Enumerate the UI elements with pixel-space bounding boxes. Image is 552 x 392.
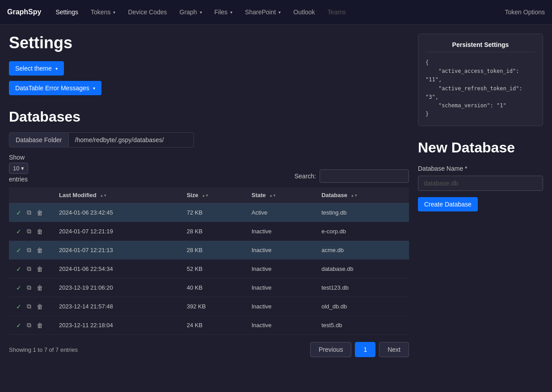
table-row: ✓ ⧉ 🗑 2023-12-14 21:57:48 392 KB Inactiv… [9, 297, 409, 316]
row-actions: ✓ ⧉ 🗑 [14, 320, 48, 330]
copy-button[interactable]: ⧉ [25, 264, 33, 274]
search-row: Search: [295, 169, 409, 183]
db-name-input[interactable] [418, 176, 543, 191]
cell-last-modified: 2024-01-07 12:21:19 [54, 222, 181, 241]
new-database-title: New Database [418, 139, 543, 156]
nav-item-device-codes[interactable]: Device Codes [122, 5, 172, 19]
pagination-row: Showing 1 to 7 of 7 entries Previous 1 N… [9, 342, 409, 357]
copy-button[interactable]: ⧉ [25, 320, 33, 330]
folder-label: Database Folder [9, 132, 69, 148]
table-row: ✓ ⧉ 🗑 2023-12-19 21:06:20 40 KB Inactive… [9, 278, 409, 297]
table-row: ✓ ⧉ 🗑 2023-12-11 22:18:04 24 KB Inactive… [9, 316, 409, 335]
cell-state: Inactive [246, 241, 316, 260]
col-database[interactable]: Database ▲▼ [316, 187, 409, 203]
delete-button[interactable]: 🗑 [35, 227, 45, 236]
right-panel: Persistent Settings { "active_access_tok… [418, 34, 543, 357]
delete-button[interactable]: 🗑 [35, 302, 45, 311]
app-brand[interactable]: GraphSpy [7, 8, 41, 16]
row-actions: ✓ ⧉ 🗑 [14, 302, 48, 311]
folder-path: /home/redbyte/.gspy/databases/ [69, 132, 194, 148]
cell-last-modified: 2023-12-14 21:57:48 [54, 297, 181, 316]
persistent-settings-title: Persistent Settings [426, 41, 535, 52]
row-actions: ✓ ⧉ 🗑 [14, 283, 48, 292]
files-dropdown-arrow: ▾ [230, 10, 232, 15]
row-actions: ✓ ⧉ 🗑 [14, 227, 48, 236]
activate-button[interactable]: ✓ [14, 246, 23, 255]
sort-icon-last-modified: ▲▼ [100, 194, 107, 198]
cell-state: Inactive [246, 297, 316, 316]
show-entries-group: Show 10 ▾ entries [9, 154, 28, 183]
delete-button[interactable]: 🗑 [35, 208, 45, 217]
nav-item-teams: Teams [322, 5, 351, 19]
page-title: Settings [9, 34, 409, 52]
nav-item-graph[interactable]: Graph ▾ [174, 5, 207, 19]
copy-button[interactable]: ⧉ [25, 227, 33, 236]
cell-database: test5.db [316, 316, 409, 335]
pagination-buttons: Previous 1 Next [310, 342, 409, 357]
activate-button[interactable]: ✓ [14, 283, 23, 292]
cell-last-modified: 2024-01-06 23:42:45 [54, 203, 181, 222]
nav-item-tokens[interactable]: Tokens ▾ [85, 5, 121, 19]
activate-button[interactable]: ✓ [14, 321, 23, 330]
delete-button[interactable]: 🗑 [35, 265, 45, 274]
show-select[interactable]: 10 ▾ [9, 163, 28, 174]
showing-text: Showing 1 to 7 of 7 entries [9, 346, 78, 353]
graph-dropdown-arrow: ▾ [200, 10, 202, 15]
show-label: Show [9, 154, 28, 161]
search-label: Search: [295, 173, 316, 180]
nav-item-outlook[interactable]: Outlook [288, 5, 320, 19]
delete-button[interactable]: 🗑 [35, 321, 45, 330]
activate-button[interactable]: ✓ [14, 227, 23, 236]
col-actions [9, 187, 54, 203]
cell-last-modified: 2023-12-11 22:18:04 [54, 316, 181, 335]
delete-button[interactable]: 🗑 [35, 246, 45, 255]
entries-label: entries [9, 176, 28, 183]
nav-item-sharepoint[interactable]: SharePoint ▾ [240, 5, 286, 19]
row-actions: ✓ ⧉ 🗑 [14, 245, 48, 255]
row-actions: ✓ ⧉ 🗑 [14, 208, 48, 217]
nav-item-settings[interactable]: Settings [50, 5, 84, 19]
copy-button[interactable]: ⧉ [25, 302, 33, 311]
cell-size: 40 KB [181, 278, 246, 297]
activate-button[interactable]: ✓ [14, 265, 23, 274]
activate-button[interactable]: ✓ [14, 208, 23, 217]
page-1-button[interactable]: 1 [355, 342, 375, 357]
select-theme-button[interactable]: Select theme ▾ [9, 61, 64, 76]
persistent-settings-box: Persistent Settings { "active_access_tok… [418, 34, 543, 126]
prev-button[interactable]: Previous [310, 342, 351, 357]
databases-title: Databases [9, 109, 409, 125]
row-actions: ✓ ⧉ 🗑 [14, 264, 48, 274]
delete-button[interactable]: 🗑 [35, 283, 45, 292]
cell-database: test123.db [316, 278, 409, 297]
search-input[interactable] [320, 169, 409, 183]
cell-size: 52 KB [181, 260, 246, 278]
table-row: ✓ ⧉ 🗑 2024-01-07 12:21:13 28 KB Inactive… [9, 241, 409, 260]
left-panel: Settings Select theme ▾ DataTable Error … [9, 34, 409, 357]
copy-button[interactable]: ⧉ [25, 283, 33, 292]
nav-item-files[interactable]: Files ▾ [209, 5, 238, 19]
cell-state: Active [246, 203, 316, 222]
activate-button[interactable]: ✓ [14, 302, 23, 311]
folder-row: Database Folder /home/redbyte/.gspy/data… [9, 132, 409, 148]
cell-database: database.db [316, 260, 409, 278]
next-button[interactable]: Next [379, 342, 409, 357]
table-row: ✓ ⧉ 🗑 2024-01-07 12:21:19 28 KB Inactive… [9, 222, 409, 241]
col-last-modified[interactable]: Last Modified ▲▼ [54, 187, 181, 203]
token-options[interactable]: Token Options [505, 8, 545, 16]
cell-last-modified: 2024-01-07 12:21:13 [54, 241, 181, 260]
copy-button[interactable]: ⧉ [25, 245, 33, 255]
databases-table: Last Modified ▲▼ Size ▲▼ State ▲▼ Data [9, 187, 409, 335]
cell-database: acme.db [316, 241, 409, 260]
show-dropdown-arrow: ▾ [21, 165, 24, 172]
col-state[interactable]: State ▲▼ [246, 187, 316, 203]
copy-button[interactable]: ⧉ [25, 208, 33, 217]
persistent-settings-content: { "active_access_token_id": "11", "activ… [426, 59, 535, 118]
cell-state: Inactive [246, 260, 316, 278]
cell-size: 28 KB [181, 222, 246, 241]
tokens-dropdown-arrow: ▾ [113, 10, 115, 15]
sort-icon-state: ▲▼ [269, 194, 276, 198]
create-database-button[interactable]: Create Database [418, 197, 478, 211]
col-size[interactable]: Size ▲▼ [181, 187, 246, 203]
datatable-error-button[interactable]: DataTable Error Messages ▾ [9, 81, 101, 95]
nav-items: Settings Tokens ▾ Device Codes Graph ▾ F… [50, 5, 505, 19]
